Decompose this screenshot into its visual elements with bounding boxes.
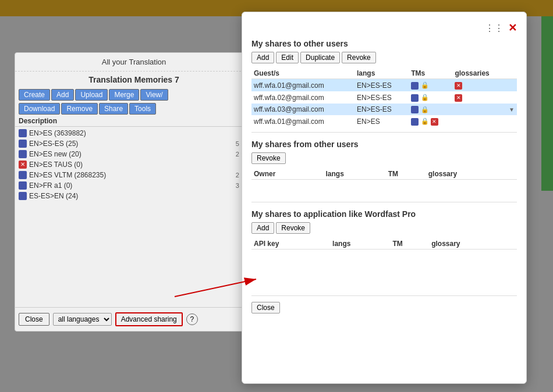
- svg-line-1: [175, 279, 256, 297]
- remove-button[interactable]: Remove: [61, 103, 98, 115]
- divider1: [251, 132, 517, 133]
- green-strip: [541, 16, 553, 191]
- x-icon: ✕: [431, 118, 438, 126]
- panel-subtitle: Translation Memories 7: [15, 72, 253, 88]
- dialog-footer: Close: [251, 295, 517, 313]
- table-row[interactable]: wff.wfa.02@gmail.com EN>ES-ES 🔒 ✕: [251, 91, 517, 104]
- db-icon: [411, 94, 419, 102]
- duplicate-share-button[interactable]: Duplicate: [300, 52, 340, 63]
- db-icon: [411, 118, 419, 126]
- db-icon: [19, 171, 27, 179]
- merge-button[interactable]: Merge: [109, 89, 139, 101]
- tm-bottom-bar: Close all languages Advanced sharing ?: [15, 307, 253, 331]
- list-item[interactable]: ✕ EN>ES TAUS (0): [19, 159, 249, 170]
- section3-buttons: Add Revoke: [251, 222, 517, 234]
- col-langs: langs: [355, 68, 409, 79]
- col-langs2: langs: [324, 169, 386, 180]
- close-dialog-button[interactable]: ✕: [508, 22, 517, 34]
- col-scroll: [506, 68, 517, 79]
- toolbar-row2: Download Remove Share Tools: [15, 102, 253, 116]
- db-icon: [411, 106, 419, 113]
- db-icon: [411, 82, 419, 90]
- list-item[interactable]: EN>ES-ES (25) 5 📋: [19, 138, 249, 149]
- lock-icon: 🔒: [421, 81, 429, 88]
- x-icon: ✕: [19, 161, 27, 169]
- list-item[interactable]: EN>ES new (20) 2 📋: [19, 149, 249, 159]
- tm-list: EN>ES (3639882) EN>ES-ES (25) 5 📋 EN>ES …: [15, 127, 253, 202]
- table-row[interactable]: wff.wfa.01@gmail.com EN>ES-ES 🔒 ✕: [251, 79, 517, 92]
- db-icon: [19, 192, 27, 200]
- col-tm3: TM: [391, 238, 430, 250]
- toolbar-row1: Create Add Upload Merge View/: [15, 88, 253, 102]
- col-apikey: API key: [251, 238, 330, 250]
- revoke-share-button[interactable]: Revoke: [342, 52, 376, 63]
- create-button[interactable]: Create: [19, 89, 50, 101]
- revoke-api-button[interactable]: Revoke: [276, 222, 310, 234]
- add-api-button[interactable]: Add: [251, 222, 274, 234]
- list-item[interactable]: EN>ES VLTM (2868235) 2 📋: [19, 170, 249, 180]
- list-item[interactable]: EN>FR a1 (0) 3 📋: [19, 180, 249, 191]
- sharing-dialog: ⋮⋮ ✕ My shares to other users Add Edit D…: [242, 12, 527, 384]
- view-button[interactable]: View/: [140, 89, 168, 101]
- download-button[interactable]: Download: [19, 103, 60, 115]
- table-row[interactable]: wff.wfa.01@gmail.com EN>ES 🔒 ✕: [251, 115, 517, 127]
- panel-title: All your Translation: [15, 53, 253, 72]
- language-select[interactable]: all languages: [53, 313, 112, 326]
- db-icon: [19, 129, 27, 137]
- section1-title: My shares to other users: [251, 37, 517, 48]
- db-icon: [19, 150, 27, 158]
- lock-icon: 🔒: [421, 94, 429, 101]
- arrow: [169, 273, 262, 302]
- list-item[interactable]: ES-ES>EN (24): [19, 191, 249, 201]
- col-langs3: langs: [330, 238, 390, 250]
- share-button[interactable]: Share: [99, 103, 128, 115]
- upload-button[interactable]: Upload: [75, 89, 108, 101]
- col-glossaries: glossaries: [452, 68, 506, 79]
- edit-share-button[interactable]: Edit: [276, 52, 299, 63]
- advanced-sharing-button[interactable]: Advanced sharing: [115, 312, 183, 326]
- section2-title: My shares from other users: [251, 137, 517, 149]
- col-owner: Owner: [251, 169, 324, 180]
- section1-buttons: Add Edit Duplicate Revoke: [251, 52, 517, 63]
- section2-buttons: Revoke: [251, 152, 517, 164]
- table-row: [251, 180, 517, 197]
- lock-icon: 🔒: [421, 106, 429, 113]
- col-tm2: TM: [386, 169, 426, 180]
- dialog-header: ⋮⋮ ✕: [251, 22, 517, 34]
- col-glossary2: glossary: [426, 169, 517, 180]
- x-icon: ✕: [455, 82, 462, 90]
- section3-title: My shares to application like Wordfast P…: [251, 207, 517, 219]
- tools-button[interactable]: Tools: [129, 103, 156, 115]
- col-tms: TMs: [409, 68, 452, 79]
- shares-table-3: API key langs TM glossary: [251, 238, 517, 284]
- revoke-from-others-button[interactable]: Revoke: [251, 152, 286, 164]
- x-icon: ✕: [455, 94, 462, 102]
- divider2: [251, 202, 517, 202]
- add-button[interactable]: Add: [51, 89, 74, 101]
- table-row[interactable]: wff.wfa.03@gmail.com EN>ES-ES 🔒 ▼: [251, 104, 517, 115]
- col-header: Description: [15, 116, 253, 127]
- add-share-button[interactable]: Add: [251, 52, 274, 63]
- table-row: [251, 249, 517, 284]
- db-icon: [19, 140, 27, 148]
- close-dialog-button-bottom[interactable]: Close: [251, 302, 280, 313]
- help-button[interactable]: ?: [186, 313, 198, 325]
- close-tm-button[interactable]: Close: [19, 313, 49, 326]
- lock-icon: 🔒: [421, 117, 429, 124]
- dots-menu-icon[interactable]: ⋮⋮: [485, 23, 504, 34]
- shares-table-1: Guest/s langs TMs glossaries wff.wfa.01@…: [251, 68, 517, 127]
- col-guests: Guest/s: [251, 68, 355, 79]
- col-glossary3: glossary: [429, 238, 517, 250]
- db-icon: [19, 181, 27, 190]
- shares-table-2: Owner langs TM glossary: [251, 169, 517, 197]
- list-item[interactable]: EN>ES (3639882): [19, 128, 249, 138]
